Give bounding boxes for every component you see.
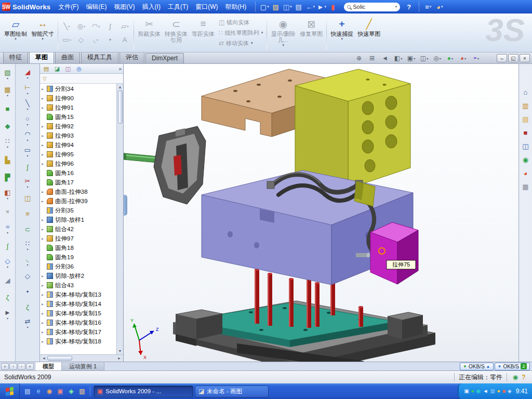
- revolve-boss-icon[interactable]: ◆: [0, 117, 15, 135]
- tree-vertical-scrollbar[interactable]: ▲ ▼: [116, 84, 123, 354]
- folders-icon[interactable]: ▨: [77, 387, 87, 396]
- mirror-entities-button[interactable]: ◫ 镜向实体: [217, 18, 265, 27]
- network-icon[interactable]: ▥: [490, 389, 495, 394]
- menu-item[interactable]: 编辑(E): [83, 1, 111, 14]
- sketch-fillet-icon[interactable]: ◟ ▾: [16, 253, 39, 269]
- rectangle-icon[interactable]: ▭ ▾: [16, 144, 39, 159]
- zoom-fit-icon[interactable]: ⊕: [353, 54, 365, 63]
- feature-tree-item[interactable]: 圆角15: [40, 112, 116, 122]
- feature-tree-item[interactable]: 圆角19: [40, 252, 116, 262]
- menu-item[interactable]: 工具(T): [164, 1, 192, 14]
- previous-view-icon[interactable]: ◄: [379, 54, 391, 63]
- right-clamp-block[interactable]: [388, 312, 423, 339]
- point-tool-icon[interactable]: •: [103, 33, 117, 46]
- line-icon[interactable]: ╲ ▾: [16, 97, 39, 113]
- apply-scene-icon[interactable]: ◕▾: [457, 54, 469, 63]
- arc-tool-icon[interactable]: ◠▾: [89, 20, 103, 33]
- spline-tool-icon[interactable]: ʃ: [0, 237, 15, 255]
- expand-arrow-icon[interactable]: ▸: [42, 143, 47, 148]
- solidworks-launcher-icon[interactable]: ▣: [56, 387, 65, 396]
- menu-item[interactable]: 插入(I): [139, 1, 164, 14]
- feature-tree-item[interactable]: ▸ 拉伸91: [40, 103, 116, 112]
- scrollbar-thumb[interactable]: [47, 356, 72, 361]
- spline-icon[interactable]: ʃ: [16, 159, 39, 175]
- feature-tree-item[interactable]: ▸ 分割34: [40, 84, 116, 94]
- rectangle-tool-icon[interactable]: ▭▾: [60, 33, 74, 46]
- display-delete-relations-button[interactable]: ◉ 显示/删除几... ▾: [269, 15, 298, 51]
- expand-arrow-icon[interactable]: ▸: [42, 302, 47, 307]
- usb-icon[interactable]: ◈: [508, 389, 512, 394]
- expand-arrow-icon[interactable]: ▸: [42, 87, 47, 91]
- design-library-icon[interactable]: ▤: [519, 113, 532, 126]
- antivirus-icon[interactable]: ●: [471, 389, 474, 394]
- shell-feature-icon[interactable]: ◧ ▾: [0, 186, 15, 203]
- feature-tree-item[interactable]: ▸ 拉伸94: [40, 140, 116, 150]
- file-explorer-icon[interactable]: ■: [519, 126, 532, 140]
- text-tool-icon[interactable]: A: [118, 33, 132, 46]
- gray-connector-block[interactable]: [154, 126, 206, 204]
- document-tab[interactable]: 运动算例 1: [62, 362, 104, 370]
- command-tab[interactable]: 曲面: [55, 51, 80, 63]
- expand-arrow-icon[interactable]: ▸: [42, 330, 47, 335]
- repair-sketch-button[interactable]: ⊠ 修复草图: [298, 15, 325, 51]
- net-speed-widget[interactable]: ▼ OKB/S ▲: [460, 363, 493, 370]
- appearance-icon[interactable]: ◕▾: [434, 2, 445, 12]
- feature-tree-item[interactable]: ▸ 实体-移动/复制16: [40, 318, 116, 327]
- menu-item[interactable]: 视图(V): [111, 1, 139, 14]
- tab-nav-button[interactable]: ‹: [9, 363, 17, 370]
- media-player-icon[interactable]: ◉: [45, 387, 54, 396]
- tree-filter-bar[interactable]: ▽: [40, 74, 123, 84]
- expand-arrow-icon[interactable]: ▸: [42, 274, 47, 278]
- undo-icon[interactable]: ←▾: [304, 2, 316, 12]
- solidworks-resources-icon[interactable]: ▥: [519, 99, 532, 113]
- offset-entities-icon[interactable]: ≡: [16, 206, 39, 222]
- expand-arrow-icon[interactable]: ▸: [42, 199, 47, 204]
- delete-face-icon[interactable]: ×: [0, 203, 15, 220]
- expand-arrow-icon[interactable]: ▸: [42, 339, 47, 344]
- options-icon[interactable]: ≡▾: [422, 2, 434, 12]
- expand-arrow-icon[interactable]: ▸: [42, 105, 47, 110]
- polygon-icon[interactable]: ◇: [16, 269, 39, 284]
- feature-tree-item[interactable]: ▸ 实体-移动/复制17: [40, 327, 116, 337]
- line-tool-icon[interactable]: ╲▾: [60, 20, 74, 33]
- document-tab[interactable]: 模型: [35, 362, 62, 370]
- feature-tree-item[interactable]: ▸ 曲面-拉伸38: [40, 187, 116, 196]
- scroll-right-icon[interactable]: ►: [116, 356, 123, 360]
- grid-system-icon[interactable]: ▦ ▾: [0, 83, 15, 100]
- tab-nav-button[interactable]: «: [1, 363, 9, 370]
- sketch-fillet-tool-icon[interactable]: ◟▾: [89, 33, 103, 46]
- feature-tree-item[interactable]: ▸ 拉伸97: [40, 234, 116, 243]
- expand-arrow-icon[interactable]: ▸: [42, 124, 47, 129]
- feature-tree-item[interactable]: ▸ 拉伸90: [40, 94, 116, 103]
- expand-arrow-icon[interactable]: ▸: [42, 283, 47, 288]
- home-icon[interactable]: ⌂: [519, 86, 532, 99]
- trim-entities-icon[interactable]: ✂ ▾: [16, 175, 39, 191]
- tab-nav-button[interactable]: »: [26, 363, 34, 370]
- expand-arrow-icon[interactable]: ▸: [42, 96, 47, 101]
- expand-arrow-icon[interactable]: ▸: [42, 321, 47, 325]
- edit-appearance-icon[interactable]: ●▾: [444, 54, 456, 63]
- draft-feature-icon[interactable]: ▛: [0, 169, 15, 186]
- feature-tree-item[interactable]: ▸ 实体-移动/复制13: [40, 290, 116, 299]
- feature-tree-item[interactable]: ▸ 拉伸93: [40, 131, 116, 140]
- feature-tree-item[interactable]: ▸ 拉伸95: [40, 150, 116, 159]
- save-icon[interactable]: ◫▾: [282, 2, 293, 12]
- extrude-boss-icon[interactable]: ■: [0, 100, 15, 117]
- circle-tool-icon[interactable]: ◎▾: [74, 20, 88, 33]
- feature-tree-item[interactable]: 分割35: [40, 206, 116, 215]
- feature-tree-item[interactable]: 圆角16: [40, 168, 116, 178]
- expand-arrow-icon[interactable]: ▸: [42, 311, 47, 316]
- expand-arrow-icon[interactable]: ▸: [42, 218, 47, 222]
- spline-tool-icon[interactable]: ʃ: [103, 20, 117, 33]
- spline-freehand-icon[interactable]: ζ: [16, 300, 39, 315]
- configuration-manager-tab-icon[interactable]: ◫: [63, 64, 73, 73]
- feature-tree-item[interactable]: ▸ 拉伸92: [40, 122, 116, 131]
- menu-item[interactable]: 帮助(H): [222, 1, 250, 14]
- feature-tree-item[interactable]: ▸ 实体-移动/复制18: [40, 337, 116, 346]
- command-tab[interactable]: DimXpert: [145, 53, 184, 63]
- scrollbar-thumb[interactable]: [118, 90, 123, 124]
- point-icon[interactable]: •: [16, 284, 39, 300]
- print-icon[interactable]: ▤: [293, 2, 304, 12]
- task-button[interactable]: ◪ 未命名 - 画图: [195, 385, 269, 397]
- net-speed-widget[interactable]: ▼ OKB/S 2: [495, 363, 530, 370]
